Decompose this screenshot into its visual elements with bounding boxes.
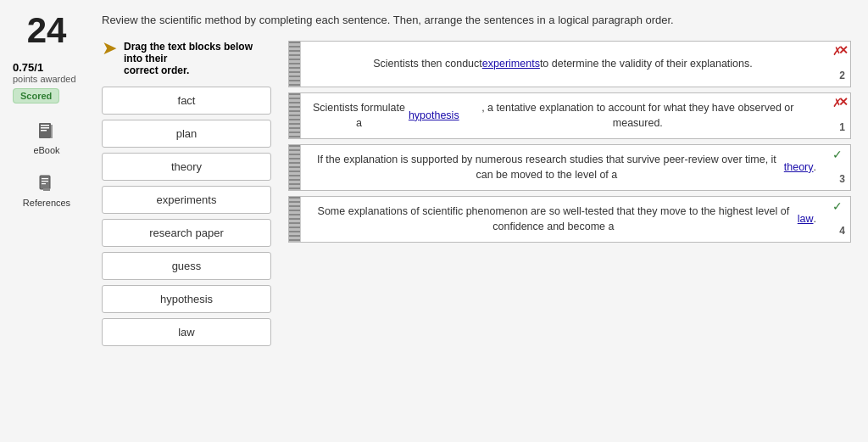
- drop-column: Scientists then conduct experiments to d…: [288, 41, 851, 351]
- drag-block-guess[interactable]: guess: [102, 252, 271, 280]
- drop-item-3[interactable]: If the explanation is supported by numer…: [288, 144, 851, 191]
- drag-handle-1: [289, 42, 301, 87]
- drag-block-theory[interactable]: theory: [102, 153, 271, 181]
- drop-item-4-text: Some explanations of scientific phenomen…: [301, 197, 825, 242]
- order-number-1: 2: [837, 68, 847, 83]
- link-hypothesis: hypothesis: [409, 109, 459, 124]
- page: 24 0.75/1 points awarded Scored eBook: [0, 0, 868, 442]
- drag-handle-2: [289, 93, 301, 138]
- sidebar: 24 0.75/1 points awarded Scored eBook: [0, 0, 93, 442]
- correct-icon-4: ✓: [832, 200, 843, 212]
- ebook-link[interactable]: eBook: [33, 120, 59, 155]
- main-content: Review the scientific method by completi…: [93, 0, 868, 442]
- drag-handle-3: [289, 145, 301, 190]
- drag-instruction-text: Drag the text blocks below into their co…: [124, 41, 271, 76]
- x-mark-1: ✕: [838, 43, 849, 57]
- scored-badge: Scored: [13, 88, 59, 104]
- drag-block-experiments[interactable]: experiments: [102, 186, 271, 214]
- drop-item-4-status: ✓ 4: [825, 197, 850, 242]
- link-law: law: [798, 212, 814, 227]
- drop-item-2[interactable]: Scientists formulate a hypothesis, a ten…: [288, 92, 851, 139]
- drop-item-4[interactable]: Some explanations of scientific phenomen…: [288, 196, 851, 243]
- svg-rect-2: [41, 127, 49, 129]
- references-icon: [35, 172, 58, 196]
- drop-item-3-text: If the explanation is supported by numer…: [301, 145, 825, 190]
- points-label: points awarded: [13, 74, 85, 84]
- drag-block-research-paper[interactable]: research paper: [102, 219, 271, 247]
- link-experiments: experiments: [482, 57, 540, 72]
- order-number-2: 1: [837, 120, 847, 135]
- svg-rect-9: [42, 183, 46, 184]
- svg-rect-8: [42, 181, 48, 182]
- score-value: 0.75/1: [13, 61, 85, 74]
- svg-rect-1: [41, 125, 49, 126]
- drag-block-law[interactable]: law: [102, 318, 271, 346]
- content-area: ➤ Drag the text blocks below into their …: [102, 41, 851, 351]
- x-mark-2: ✕: [838, 95, 849, 109]
- svg-rect-5: [40, 176, 50, 189]
- drag-block-hypothesis[interactable]: hypothesis: [102, 285, 271, 313]
- drag-block-fact[interactable]: fact: [102, 87, 271, 115]
- drop-item-1-text: Scientists then conduct experiments to d…: [301, 42, 825, 87]
- svg-rect-10: [43, 188, 50, 191]
- svg-rect-4: [51, 125, 53, 138]
- correct-icon-3: ✓: [832, 148, 843, 160]
- drop-item-2-text: Scientists formulate a hypothesis, a ten…: [301, 93, 825, 138]
- link-theory: theory: [784, 160, 814, 176]
- order-number-4: 4: [837, 223, 847, 238]
- drag-column: ➤ Drag the text blocks below into their …: [102, 41, 271, 351]
- svg-rect-7: [42, 178, 48, 179]
- drag-arrow-icon: ➤: [102, 39, 117, 58]
- question-number: 24: [27, 13, 67, 48]
- ebook-label: eBook: [33, 145, 59, 155]
- drop-item-1[interactable]: Scientists then conduct experiments to d…: [288, 41, 851, 87]
- order-number-3: 3: [837, 171, 847, 187]
- ebook-icon: [35, 120, 58, 143]
- drop-item-3-status: ✓ 3: [825, 145, 850, 190]
- references-link[interactable]: References: [23, 172, 70, 208]
- drag-handle-4: [289, 197, 301, 242]
- svg-rect-3: [41, 130, 47, 131]
- instructions: Review the scientific method by completi…: [102, 13, 851, 28]
- references-label: References: [23, 198, 70, 208]
- drag-instruction: ➤ Drag the text blocks below into their …: [102, 41, 271, 76]
- drag-block-plan[interactable]: plan: [102, 120, 271, 148]
